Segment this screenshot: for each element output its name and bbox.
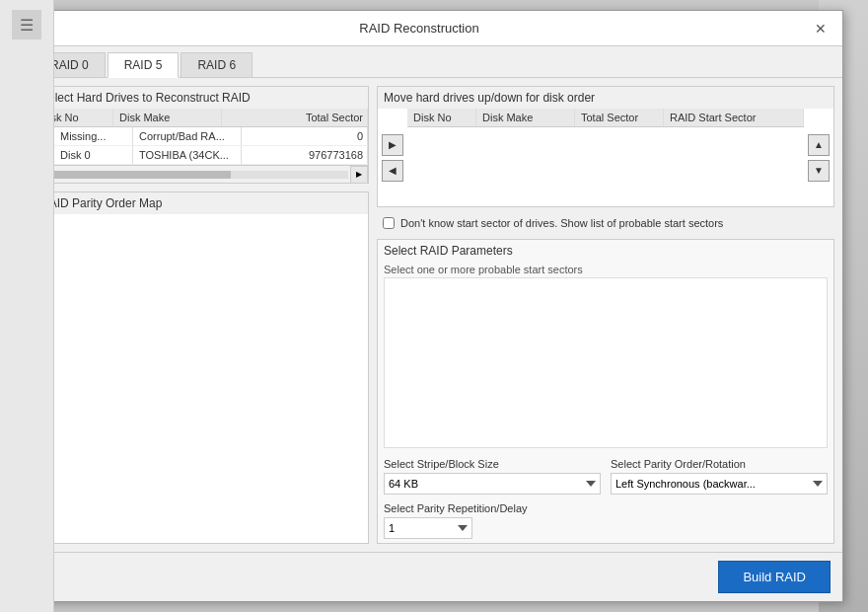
dont-know-row: Don't know start sector of drives. Show …	[377, 213, 834, 233]
move-section: Move hard drives up/down for disk order …	[377, 86, 834, 207]
horiz-scrollbar[interactable]: ◀ ▶	[35, 165, 368, 183]
move-down-button[interactable]: ▼	[808, 160, 830, 182]
col-disk-make-header: Disk Make	[113, 109, 222, 126]
hard-drives-label: Select Hard Drives to Reconstruct RAID	[35, 87, 368, 109]
stripe-parity-row: Select Stripe/Block Size 64 KB 128 KB 25…	[378, 454, 833, 498]
start-sectors-list	[384, 277, 828, 448]
total-sector-2: 976773168	[242, 146, 368, 164]
right-col-total-sector: Total Sector	[575, 109, 664, 126]
hard-drives-section: Select Hard Drives to Reconstruct RAID D…	[34, 86, 369, 184]
updown-arrows: ▲ ▼	[804, 109, 833, 206]
dont-know-label[interactable]: Don't know start sector of drives. Show …	[400, 217, 723, 229]
parity-map-label: RAID Parity Order Map	[35, 192, 368, 214]
parity-select[interactable]: Left Synchronous (backwar... Left Asynch…	[611, 473, 828, 495]
disk-no-2: Disk 0	[54, 146, 133, 164]
total-sector-1: 0	[242, 127, 368, 145]
transfer-right-button[interactable]: ▶	[382, 134, 403, 156]
disk-make-1: Corrupt/Bad RA...	[133, 127, 242, 145]
title-bar: ← RAID Reconstruction ✕	[26, 11, 842, 46]
drives-table-header: Disk No Disk Make Total Sector	[35, 109, 368, 127]
sidebar-icon-1: ☰	[12, 10, 41, 39]
scroll-right-arrow[interactable]: ▶	[350, 166, 368, 184]
build-raid-button[interactable]: Build RAID	[718, 561, 831, 593]
right-col-raid-start: RAID Start Sector	[664, 109, 804, 126]
table-row[interactable]: 🖫 Disk 0 TOSHIBA (34CK... 976773168	[35, 146, 368, 165]
scroll-track[interactable]	[54, 171, 348, 179]
left-panel: Select Hard Drives to Reconstruct RAID D…	[34, 86, 369, 544]
parity-map-content	[35, 214, 368, 543]
disk-make-2: TOSHIBA (34CK...	[133, 146, 242, 164]
start-sectors-label: Select one or more probable start sector…	[378, 262, 833, 277]
tab-raid5[interactable]: RAID 5	[108, 52, 180, 78]
right-table-content	[407, 127, 804, 206]
main-content: Select Hard Drives to Reconstruct RAID D…	[26, 78, 842, 552]
tab-raid6[interactable]: RAID 6	[181, 52, 253, 77]
right-table-header: Disk No Disk Make Total Sector RAID Star…	[407, 109, 804, 127]
stripe-label: Select Stripe/Block Size	[384, 458, 601, 470]
repetition-label: Select Parity Repetition/Delay	[384, 502, 828, 514]
right-table-area: Disk No Disk Make Total Sector RAID Star…	[407, 109, 804, 206]
transfer-left-button[interactable]: ◀	[382, 160, 403, 182]
stripe-group: Select Stripe/Block Size 64 KB 128 KB 25…	[384, 458, 601, 495]
right-panel: Move hard drives up/down for disk order …	[377, 86, 834, 544]
sidebar-strip: ☰	[0, 0, 54, 612]
tab-bar: RAID 0 RAID 5 RAID 6	[26, 46, 842, 78]
stripe-select[interactable]: 64 KB 128 KB 256 KB 512 KB	[384, 473, 601, 495]
parity-group: Select Parity Order/Rotation Left Synchr…	[611, 458, 828, 495]
parity-label: Select Parity Order/Rotation	[611, 458, 828, 470]
right-col-disk-no: Disk No	[407, 109, 476, 126]
table-row[interactable]: 🖫 Missing... Corrupt/Bad RA... 0	[35, 127, 368, 146]
move-section-body: ▶ ◀ Disk No Disk Make Total Sector RAID …	[378, 109, 833, 206]
move-section-label: Move hard drives up/down for disk order	[378, 87, 833, 109]
disk-no-1: Missing...	[54, 127, 133, 145]
close-button[interactable]: ✕	[809, 19, 832, 38]
col-total-sector-header: Total Sector	[222, 109, 368, 126]
window-title: RAID Reconstruction	[59, 21, 779, 36]
repetition-row: Select Parity Repetition/Delay 1 2 3 4	[378, 498, 833, 543]
raid-params-section: Select RAID Parameters Select one or mor…	[377, 239, 834, 544]
raid-params-label: Select RAID Parameters	[378, 240, 833, 262]
scroll-thumb[interactable]	[54, 171, 231, 179]
transfer-arrows: ▶ ◀	[378, 109, 407, 206]
move-up-button[interactable]: ▲	[808, 134, 830, 156]
repetition-select[interactable]: 1 2 3 4	[384, 517, 472, 539]
bottom-bar: Build RAID	[26, 552, 842, 601]
dont-know-checkbox[interactable]	[383, 217, 395, 229]
parity-map-section: RAID Parity Order Map	[34, 191, 369, 544]
right-col-disk-make: Disk Make	[476, 109, 575, 126]
main-window: ← RAID Reconstruction ✕ RAID 0 RAID 5 RA…	[25, 10, 843, 602]
